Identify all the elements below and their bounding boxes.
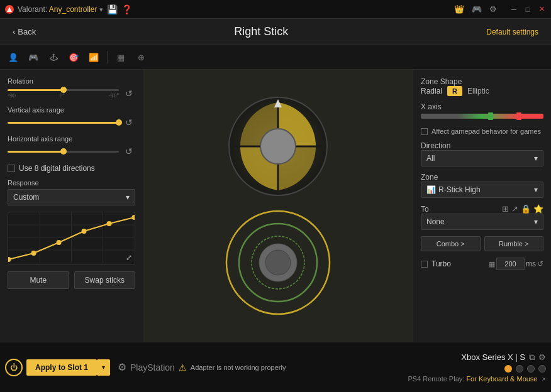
affect-gamepad-label: Affect gamepad behavior for games bbox=[431, 128, 541, 135]
lock-icon[interactable]: 🔒 bbox=[521, 204, 531, 214]
console-label: Xbox Series X | S bbox=[461, 352, 525, 362]
back-button[interactable]: ‹ Back bbox=[13, 27, 36, 36]
content-area: Rotation -90 0° -90° ↺ bbox=[0, 70, 551, 342]
console-settings-icon[interactable]: ⚙ bbox=[538, 352, 546, 362]
zone-shape-row: Radial R Elliptic bbox=[421, 86, 543, 96]
bottom-bar: ⏻ Apply to Slot 1 ▾ ⚙ PlayStation ⚠ Adap… bbox=[0, 342, 551, 392]
minimize-button[interactable]: ─ bbox=[509, 5, 518, 14]
turbo-label: Turbo bbox=[431, 259, 451, 268]
ps-icon[interactable]: PlayStation bbox=[130, 362, 175, 373]
left-panel: Rotation -90 0° -90° ↺ bbox=[0, 70, 143, 342]
elliptic-label: Elliptic bbox=[467, 87, 489, 95]
console-dots bbox=[504, 365, 546, 373]
vertical-axis-slider[interactable] bbox=[8, 122, 119, 124]
turbo-down-icon[interactable]: ▦ bbox=[489, 260, 495, 268]
top-nav: ‹ Back Right Stick Default settings bbox=[0, 19, 551, 45]
close-button[interactable]: ✕ bbox=[537, 5, 546, 14]
window-controls: ─ □ ✕ bbox=[509, 5, 546, 14]
mute-button[interactable]: Mute bbox=[8, 271, 69, 289]
combo-button[interactable]: Combo > bbox=[421, 236, 481, 251]
nav-person-icon[interactable]: 👤 bbox=[4, 48, 23, 67]
response-label: Response bbox=[8, 179, 135, 187]
to-dropdown[interactable]: None ▾ bbox=[421, 214, 543, 230]
response-value: Custom bbox=[13, 193, 39, 202]
nav-wifi-icon[interactable]: ⊕ bbox=[131, 48, 150, 67]
horizontal-axis-section: Horizontal axis range ↺ bbox=[8, 135, 135, 158]
to-icons: ⊞ ↗ 🔒 ⭐ bbox=[502, 204, 543, 214]
to-row: To ⊞ ↗ 🔒 ⭐ bbox=[421, 204, 543, 214]
apply-slot-dropdown[interactable]: ▾ bbox=[97, 359, 110, 376]
dot-4 bbox=[538, 365, 546, 373]
vertical-axis-reset-icon[interactable]: ↺ bbox=[123, 116, 135, 129]
nav-controller2-icon[interactable]: 🕹 bbox=[44, 48, 63, 67]
nav-controller3-icon[interactable]: 🎯 bbox=[64, 48, 83, 67]
x-axis-label: X axis bbox=[421, 102, 543, 111]
digital-directions-checkbox[interactable] bbox=[8, 165, 15, 172]
zone-chart-icon: 📊 bbox=[426, 185, 436, 194]
horizontal-axis-slider[interactable] bbox=[8, 151, 119, 153]
zone-dropdown[interactable]: 📊 R-Stick High ▾ bbox=[421, 182, 543, 198]
horizontal-axis-reset-icon[interactable]: ↺ bbox=[123, 145, 135, 158]
panel-buttons: Mute Swap sticks bbox=[8, 271, 135, 289]
remote-play-kb: For Keyboard & Mouse bbox=[466, 375, 537, 383]
turbo-value-input[interactable]: 200 bbox=[496, 258, 525, 270]
bottom-right: Xbox Series X | S ⧉ ⚙ PS4 Remote Play: F… bbox=[408, 352, 546, 383]
power-button[interactable]: ⏻ bbox=[5, 359, 23, 376]
turbo-checkbox[interactable] bbox=[421, 261, 428, 268]
direction-dropdown[interactable]: All ▾ bbox=[421, 150, 543, 166]
svg-point-7 bbox=[8, 257, 11, 262]
radial-selected[interactable]: R bbox=[447, 86, 462, 96]
share-icon[interactable]: ↗ bbox=[511, 204, 518, 214]
stick-visualizer bbox=[225, 96, 331, 316]
xbox-icon[interactable]: ⊞ bbox=[502, 204, 509, 214]
vertical-axis-label: Vertical axis range bbox=[8, 106, 135, 114]
horizontal-axis-slider-row: ↺ bbox=[8, 145, 135, 158]
rotation-slider-row: -90 0° -90° ↺ bbox=[8, 87, 135, 100]
digital-directions-label: Use 8 digital directions bbox=[19, 164, 95, 173]
rumble-button[interactable]: Rumble > bbox=[484, 236, 544, 251]
svg-point-16 bbox=[260, 129, 296, 164]
curve-graph bbox=[8, 212, 135, 263]
direction-label: Direction bbox=[421, 141, 543, 150]
rotation-slider[interactable]: -90 0° -90° bbox=[8, 89, 119, 99]
help-icon[interactable]: ❓ bbox=[121, 4, 132, 14]
titlebar-left: Valorant: Any_controller ▾ 💾 ❓ bbox=[5, 4, 132, 14]
crown-icon: 👑 bbox=[454, 4, 464, 14]
zone-shape-label: Zone Shape bbox=[421, 77, 543, 86]
nav-icons-row: 👤 🎮 🕹 🎯 📶 ▦ ⊕ bbox=[0, 45, 551, 70]
turbo-unit: ms bbox=[526, 259, 536, 268]
zone-dropdown-arrow: ▾ bbox=[534, 185, 538, 194]
page-title: Right Stick bbox=[234, 25, 288, 38]
center-area bbox=[143, 70, 413, 342]
maximize-button[interactable]: □ bbox=[523, 5, 532, 14]
apply-slot-button[interactable]: Apply to Slot 1 bbox=[26, 359, 97, 376]
zone-value: R-Stick High bbox=[438, 185, 481, 194]
titlebar: Valorant: Any_controller ▾ 💾 ❓ 👑 🎮 ⚙ ─ □… bbox=[0, 0, 551, 19]
remote-play-close-icon[interactable]: × bbox=[542, 375, 546, 383]
x-axis-bar[interactable] bbox=[421, 114, 543, 119]
affect-gamepad-checkbox[interactable] bbox=[421, 128, 428, 135]
nav-bluetooth-icon[interactable]: 📶 bbox=[84, 48, 103, 67]
turbo-refresh-icon[interactable]: ↺ bbox=[537, 259, 543, 268]
rotation-reset-icon[interactable]: ↺ bbox=[123, 87, 135, 100]
bottom-left: ⏻ Apply to Slot 1 ▾ ⚙ PlayStation ⚠ Adap… bbox=[5, 359, 286, 376]
nav-controller1-icon[interactable]: 🎮 bbox=[24, 48, 43, 67]
response-section: Response Custom ▾ bbox=[8, 179, 135, 205]
app-title: Valorant: Any_controller ▾ bbox=[18, 5, 103, 14]
dropdown-arrow-title[interactable]: ▾ bbox=[99, 6, 103, 13]
radial-label: Radial bbox=[421, 87, 442, 95]
to-label: To bbox=[421, 205, 429, 214]
default-settings-link[interactable]: Default settings bbox=[486, 28, 538, 36]
rotation-center: 0° bbox=[59, 92, 65, 99]
console-copy-icon[interactable]: ⧉ bbox=[529, 352, 535, 362]
zone-label: Zone bbox=[421, 173, 543, 182]
circular-pad bbox=[228, 96, 328, 197]
save-icon[interactable]: 💾 bbox=[107, 4, 118, 14]
star-icon[interactable]: ⭐ bbox=[533, 204, 543, 214]
nav-slot-icon[interactable]: ▦ bbox=[111, 48, 130, 67]
response-dropdown[interactable]: Custom ▾ bbox=[8, 189, 135, 205]
curve-expand-icon[interactable]: ⤢ bbox=[126, 253, 132, 262]
gear-icon[interactable]: ⚙ bbox=[489, 4, 497, 14]
settings-icon[interactable]: ⚙ bbox=[118, 361, 126, 373]
swap-sticks-button[interactable]: Swap sticks bbox=[74, 271, 136, 289]
